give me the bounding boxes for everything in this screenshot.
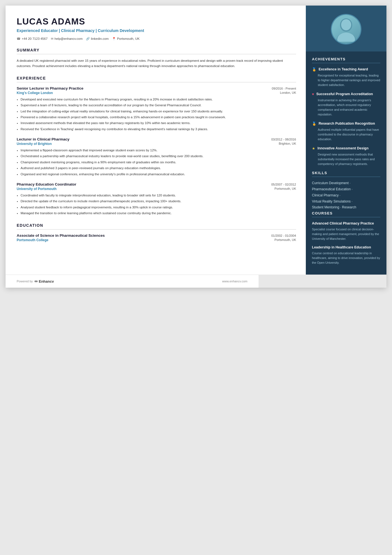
footer: Powered by ∞ Enhancv www.enhancv.com [6, 275, 259, 288]
course-desc-1: Specialist course focused on clinical de… [312, 227, 380, 241]
bullet: Championed student mentoring programs, r… [21, 160, 296, 165]
skill-item-3: Clinical Pharmacy · [312, 193, 380, 198]
summary-text: A dedicated UK registered pharmacist wit… [17, 58, 296, 69]
job-title-3: Pharmacy Education Coordinator [17, 182, 76, 186]
location-contact: 📍 Portsmouth, UK [112, 37, 140, 41]
achievement-title-3: Research Publication Recognition [319, 121, 375, 126]
job-location-3: Portsmouth, UK [274, 187, 296, 191]
experience-item-1: Senior Lecturer in Pharmacy Practice 09/… [17, 86, 296, 132]
course-item-1: Advanced Clinical Pharmacy Practice Spec… [312, 221, 380, 241]
achievement-icon-3: 🏅 [312, 122, 316, 126]
footer-website: www.enhancv.com [222, 280, 247, 283]
achievement-item-2: ♥ Successful Program Accreditation Instr… [312, 92, 380, 117]
link-icon: 🔗 [86, 37, 90, 41]
bullet: Received the 'Excellence in Teaching' aw… [21, 127, 296, 132]
education-title: EDUCATION [17, 223, 296, 230]
bullet: Innovated assessment methods that elevat… [21, 120, 296, 125]
achievement-item-1: 🏅 Excellence in Teaching Award Recognise… [312, 67, 380, 87]
experience-section: EXPERIENCE Senior Lecturer in Pharmacy P… [17, 76, 296, 216]
achievement-title-4: Innovative Assessment Design [317, 146, 369, 151]
phone-contact: ☎ +44 20 7123 4567 [17, 37, 48, 41]
location-text: Portsmouth, UK [117, 37, 140, 40]
courses-section: COURSES Advanced Clinical Pharmacy Pract… [312, 211, 380, 265]
job-bullets-2: Implemented a flipped-classroom approach… [17, 148, 296, 177]
contact-info: ☎ +44 20 7123 4567 ✉ help@enhancv.com 🔗 … [17, 37, 296, 41]
footer-left: Powered by ∞ Enhancv [17, 279, 54, 284]
skill-item-1: Curriculum Development · [312, 181, 380, 186]
achievement-title-1: Excellence in Teaching Award [319, 67, 368, 72]
right-column: ACHIEVEMENTS 🏅 Excellence in Teaching Aw… [306, 6, 386, 275]
email-contact: ✉ help@enhancv.com [51, 37, 83, 41]
svg-point-3 [337, 33, 355, 42]
candidate-subtitle: Experienced Educator | Clinical Pharmacy… [17, 28, 296, 34]
bullet: Orchestrated a partnership with pharmace… [21, 154, 296, 159]
svg-point-2 [341, 19, 351, 30]
bullet: Organised and led regional conferences, … [21, 172, 296, 177]
bullet: Led the integration of cutting-edge virt… [21, 109, 296, 114]
skills-title: SKILLS [312, 171, 380, 177]
job-date-3: 05/2007 - 02/2012 [271, 183, 296, 186]
job-org-2: University of Brighton [17, 142, 52, 146]
achievement-desc-2: Instrumental in achieving the program's … [312, 98, 380, 117]
enhancv-logo: ∞ Enhancv [34, 279, 54, 284]
bullet: Pioneered a collaborative research proje… [21, 115, 296, 120]
skill-item-4: Virtual Reality Simulations · [312, 199, 380, 204]
achievements-section: ACHIEVEMENTS 🏅 Excellence in Teaching Aw… [312, 57, 380, 166]
achievement-desc-4: Designed new assessment methods that sub… [312, 152, 380, 166]
bullet: Developed and executed new curriculum fo… [21, 97, 296, 102]
logo-icon: ∞ [34, 279, 38, 284]
bullet: Authored and published 3 papers in peer-… [21, 166, 296, 171]
bullet: Coordinated with faculty to integrate in… [21, 193, 296, 198]
location-icon: 📍 [112, 37, 116, 41]
edu-degree: Associate of Science in Pharmaceutical S… [17, 233, 105, 238]
photo-area [306, 6, 386, 51]
achievement-desc-3: Authored multiple influential papers tha… [312, 127, 380, 142]
skill-item-2: Pharmaceutical Education · [312, 187, 380, 192]
candidate-photo [331, 14, 361, 45]
job-org-3: University of Portsmouth [17, 187, 56, 191]
experience-item-3: Pharmacy Education Coordinator 05/2007 -… [17, 182, 296, 216]
job-location-1: London, UK [280, 91, 296, 95]
job-date-1: 09/2016 - Present [272, 87, 296, 90]
edu-org: Portsmouth College [17, 238, 48, 242]
course-title-2: Leadership in Healthcare Education [312, 245, 380, 250]
job-title-1: Senior Lecturer in Pharmacy Practice [17, 86, 83, 90]
skills-section: SKILLS Curriculum Development · Pharmace… [312, 171, 380, 210]
bullet: Analysed student feedback to inform peda… [21, 205, 296, 210]
job-bullets-1: Developed and executed new curriculum fo… [17, 97, 296, 132]
achievement-item-3: 🏅 Research Publication Recognition Autho… [312, 121, 380, 142]
job-title-2: Lecturer in Clinical Pharmacy [17, 137, 70, 141]
summary-title: SUMMARY [17, 48, 296, 54]
edu-location: Portsmouth, UK [274, 238, 296, 242]
powered-by-text: Powered by [17, 280, 33, 283]
left-column: LUCAS ADAMS Experienced Educator | Clini… [6, 6, 306, 275]
linkedin-text: linkedin.com [91, 37, 109, 40]
right-content: ACHIEVEMENTS 🏅 Excellence in Teaching Aw… [306, 51, 386, 275]
achievement-icon-1: 🏅 [312, 67, 316, 71]
linkedin-contact: 🔗 linkedin.com [86, 37, 109, 41]
candidate-name: LUCAS ADAMS [17, 17, 296, 26]
experience-item-2: Lecturer in Clinical Pharmacy 03/2012 - … [17, 137, 296, 177]
achievement-desc-1: Recognised for exceptional teaching, lea… [312, 73, 380, 87]
job-date-2: 03/2012 - 08/2016 [271, 138, 296, 141]
course-desc-2: Course centred on educational leadership… [312, 251, 380, 265]
job-org-1: King's College London [17, 91, 53, 95]
achievement-icon-2: ♥ [312, 92, 314, 96]
experience-title: EXPERIENCE [17, 76, 296, 82]
education-item-1: Associate of Science in Pharmaceutical S… [17, 233, 296, 242]
header: LUCAS ADAMS Experienced Educator | Clini… [17, 17, 296, 41]
achievement-item-4: ★ Innovative Assessment Design Designed … [312, 146, 380, 166]
bullet: Supervised a team of 8 lecturers, leadin… [21, 103, 296, 108]
logo-text: Enhancv [39, 279, 54, 283]
achievement-title-2: Successful Program Accreditation [316, 92, 373, 97]
course-title-1: Advanced Clinical Pharmacy Practice [312, 221, 380, 226]
edu-date: 01/2002 - 01/2004 [271, 234, 296, 237]
achievement-icon-4: ★ [312, 146, 315, 151]
avatar-placeholder [332, 15, 361, 44]
bullet: Managed the transition to online learnin… [21, 211, 296, 216]
phone-text: +44 20 7123 4567 [22, 37, 48, 40]
courses-title: COURSES [312, 211, 380, 217]
summary-section: SUMMARY A dedicated UK registered pharma… [17, 48, 296, 69]
bullet: Implemented a flipped-classroom approach… [21, 148, 296, 153]
achievements-title: ACHIEVEMENTS [312, 57, 380, 63]
